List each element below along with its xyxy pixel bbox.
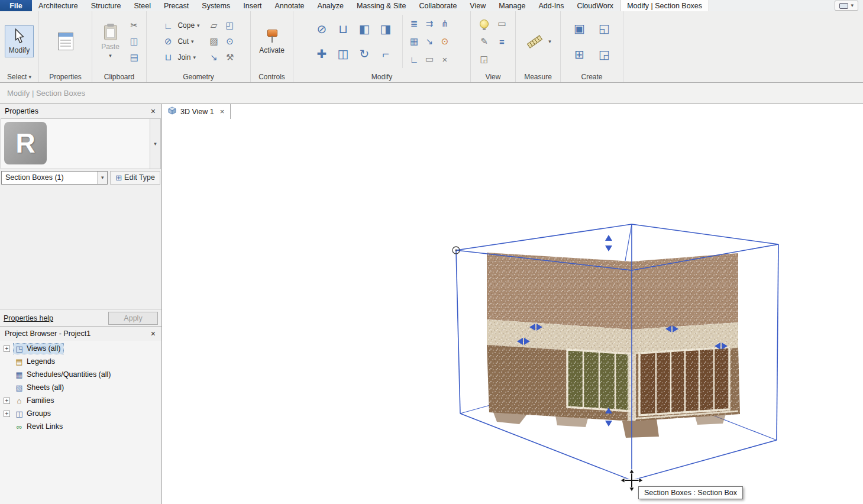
create-assembly-icon[interactable]: ◱ (594, 20, 615, 37)
create-parts-icon[interactable]: ▣ (570, 20, 590, 37)
tree-item-schedules[interactable]: ▦ Schedules/Quantities (all) (0, 368, 161, 381)
expand-icon[interactable]: + (4, 398, 10, 404)
panel-label-properties[interactable]: Properties (39, 72, 92, 82)
tree-item-views[interactable]: + ◳ Views (all) (0, 342, 161, 355)
properties-help-link[interactable]: Properties help (4, 314, 53, 322)
hide-element-icon[interactable]: ▭ (495, 17, 509, 31)
tab-massing-site[interactable]: Massing & Site (350, 0, 412, 11)
drawing-area[interactable]: 3D View 1 × (162, 104, 863, 504)
tree-item-sheets[interactable]: ▧ Sheets (all) (0, 381, 161, 394)
close-icon[interactable]: × (150, 329, 157, 338)
array-icon[interactable]: ▦ (407, 34, 421, 49)
cut-element-icon[interactable]: ⊘ (312, 20, 332, 38)
activate-dimensions-button[interactable]: Activate (255, 25, 289, 57)
measure-icon[interactable] (525, 33, 545, 50)
delete-icon[interactable]: × (438, 52, 452, 66)
panel-label-measure[interactable]: Measure (516, 72, 560, 82)
split-element-icon[interactable]: ⋔ (438, 17, 452, 31)
tab-steel[interactable]: Steel (127, 0, 157, 11)
3d-scene[interactable] (162, 104, 863, 504)
create-similar-icon[interactable]: ◲ (594, 46, 615, 63)
modify-tool-button[interactable]: Modify (5, 25, 34, 57)
create-group-icon[interactable]: ⊞ (570, 46, 590, 63)
demolish-hammer-icon[interactable]: ⚒ (223, 50, 237, 64)
selected-row: ◳ Views (all) (14, 344, 63, 354)
type-selector-caret-button[interactable]: ▾ (150, 119, 160, 169)
file-menu-button[interactable]: File (0, 0, 32, 11)
tab-insert[interactable]: Insert (237, 0, 268, 11)
join-element-icon[interactable]: ⊔ (333, 20, 353, 38)
cut-geometry-button[interactable]: ⊘ Cut ▾ (160, 34, 201, 49)
beam-cope-icon[interactable]: ▱ (207, 18, 221, 33)
expand-icon[interactable]: + (4, 411, 10, 417)
panel-label-select[interactable]: Select ▾ (0, 72, 38, 82)
tab-structure[interactable]: Structure (85, 0, 128, 11)
panel-label-create[interactable]: Create (561, 72, 623, 82)
tab-modify-section-boxes[interactable]: Modify | Section Boxes (620, 0, 709, 11)
unjoin-icon[interactable]: ▭ (422, 52, 437, 66)
tab-manage[interactable]: Manage (492, 0, 532, 11)
tab-systems[interactable]: Systems (195, 0, 237, 11)
ribbon-panel-controls: Activate Controls (251, 11, 293, 82)
join-geometry-button[interactable]: ⊔ Join ▾ (160, 50, 201, 65)
close-icon[interactable]: × (150, 106, 157, 116)
tab-analyze[interactable]: Analyze (311, 0, 350, 11)
copy-element-icon[interactable]: ◫ (333, 45, 353, 63)
panel-label-view[interactable]: View (471, 72, 515, 82)
properties-toggle-button[interactable] (54, 30, 77, 53)
panel-label-clipboard[interactable]: Clipboard (92, 72, 146, 82)
cope-button[interactable]: ∟ Cope ▾ (160, 18, 201, 33)
scale-icon[interactable]: ↘ (422, 34, 437, 49)
move-icon[interactable]: ✚ (312, 45, 332, 63)
wall-box-icon[interactable]: ◰ (223, 18, 237, 33)
panel-label-controls[interactable]: Controls (251, 72, 293, 82)
mirror-pick-axis-icon[interactable]: ◧ (354, 20, 374, 38)
selection-filter-dropdown[interactable]: Section Boxes (1) ▾ (1, 171, 108, 185)
pin-icon[interactable]: ⊙ (438, 34, 452, 49)
tree-item-families[interactable]: + ⌂ Families (0, 394, 161, 407)
close-icon[interactable]: × (220, 107, 225, 116)
cut-profile-icon[interactable]: ◲ (477, 52, 492, 66)
caret-down-icon: ▾ (191, 39, 194, 44)
trim-corner-icon[interactable]: ∟ (407, 52, 421, 66)
tree-item-legends[interactable]: ▤ Legends (0, 355, 161, 368)
mirror-draw-axis-icon[interactable]: ◨ (376, 20, 396, 38)
linework-brush-icon[interactable]: ✎ (477, 34, 492, 49)
reveal-hidden-icon[interactable] (477, 17, 492, 31)
profile-circles-icon[interactable]: ⊙ (223, 34, 237, 49)
match-type-icon[interactable]: ▤ (127, 50, 141, 64)
slope-arrow-icon[interactable]: ↘ (207, 50, 221, 64)
thin-lines-icon[interactable]: ≡ (495, 34, 509, 49)
properties-title: Properties (5, 107, 38, 115)
schedules-icon: ▦ (15, 370, 24, 379)
tab-precast[interactable]: Precast (157, 0, 195, 11)
view-tab-3d[interactable]: 3D View 1 × (162, 104, 231, 119)
ribbon-display-toggle[interactable]: ▾ (835, 1, 858, 11)
panel-label-modify[interactable]: Modify (293, 72, 470, 82)
panel-label-geometry[interactable]: Geometry (147, 72, 250, 82)
type-selector-preview[interactable]: R ▾ (1, 118, 161, 169)
tab-cloudworx[interactable]: CloudWorx (571, 0, 620, 11)
tab-collaborate[interactable]: Collaborate (412, 0, 463, 11)
offset-icon[interactable]: ⇉ (422, 17, 437, 31)
copy-icon[interactable]: ◫ (127, 34, 141, 49)
edit-type-button[interactable]: ⊞ Edit Type (110, 171, 160, 185)
tab-architecture[interactable]: Architecture (32, 0, 85, 11)
tree-item-revit-links[interactable]: ∞ Revit Links (0, 420, 161, 433)
caret-down-icon: ▾ (193, 55, 196, 60)
opening-icon[interactable]: ▨ (207, 34, 221, 49)
tab-view[interactable]: View (463, 0, 492, 11)
cut-icon[interactable]: ✂ (127, 18, 141, 33)
caret-down-icon: ▾ (197, 23, 200, 28)
tree-item-groups[interactable]: + ◫ Groups (0, 407, 161, 420)
expand-icon[interactable]: + (4, 345, 10, 352)
tab-add-ins[interactable]: Add-Ins (532, 0, 570, 11)
rotate-icon[interactable]: ↻ (354, 45, 374, 63)
trim-extend-icon[interactable]: ⌐ (376, 45, 396, 63)
tab-annotate[interactable]: Annotate (269, 0, 311, 11)
align-icon[interactable]: ≣ (407, 17, 421, 31)
paste-button[interactable]: Paste ▾ (97, 22, 124, 62)
apply-button[interactable]: Apply (108, 312, 158, 325)
ribbon: Modify Select ▾ Properties Pas (0, 11, 863, 83)
section-box-top-handle[interactable] (605, 235, 612, 251)
